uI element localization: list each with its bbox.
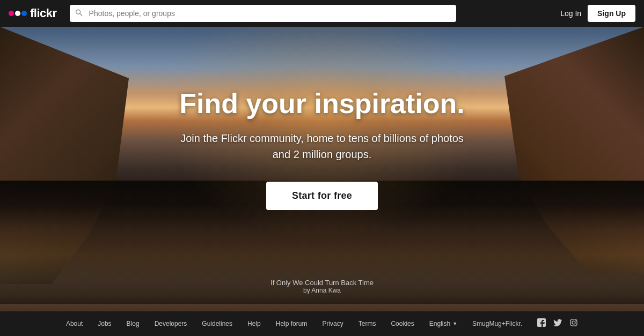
header-actions: Log In Sign Up <box>560 5 635 22</box>
photo-author: by Anna Kwa <box>270 287 374 294</box>
footer-link-terms[interactable]: Terms <box>358 320 376 327</box>
logo-text: flickr <box>30 6 57 20</box>
search-icon <box>75 9 83 18</box>
header: flickr Log In Sign Up <box>0 0 644 27</box>
footer-link-cookies[interactable]: Cookies <box>391 320 414 327</box>
facebook-icon[interactable] <box>537 318 546 329</box>
footer-link-blog[interactable]: Blog <box>127 320 140 327</box>
logo-area: flickr <box>9 6 57 20</box>
hero-title: Find your inspiration. <box>179 88 465 119</box>
chevron-down-icon: ▼ <box>452 321 457 326</box>
footer-link-about[interactable]: About <box>66 320 83 327</box>
footer-link-guidelines[interactable]: Guidelines <box>202 320 232 327</box>
hero-subtitle: Join the Flickr community, home to tens … <box>172 130 472 162</box>
footer-link-developers[interactable]: Developers <box>155 320 187 327</box>
start-free-button[interactable]: Start for free <box>266 182 378 210</box>
footer-link-privacy[interactable]: Privacy <box>322 320 343 327</box>
footer-social-links <box>537 318 578 329</box>
language-label: English <box>429 320 450 327</box>
logo-dot-blue <box>21 11 27 16</box>
footer-link-help-forum[interactable]: Help forum <box>276 320 308 327</box>
logo-dots <box>9 11 27 16</box>
logo-dot-pink <box>9 11 14 16</box>
svg-point-3 <box>572 321 575 324</box>
login-link[interactable]: Log In <box>560 9 581 18</box>
svg-line-1 <box>79 13 82 16</box>
footer-link-jobs[interactable]: Jobs <box>98 320 111 327</box>
photo-credit: If Only We Could Turn Back Time by Anna … <box>270 279 374 294</box>
footer-brand[interactable]: SmugMug+Flickr. <box>472 320 522 327</box>
instagram-icon[interactable] <box>569 318 578 329</box>
footer: About Jobs Blog Developers Guidelines He… <box>0 311 644 336</box>
hero-content: Find your inspiration. Join the Flickr c… <box>0 27 644 304</box>
search-input[interactable] <box>70 5 456 22</box>
photo-title: If Only We Could Turn Back Time <box>270 279 374 287</box>
twitter-icon[interactable] <box>553 318 562 329</box>
footer-link-help[interactable]: Help <box>247 320 261 327</box>
logo-dot-white <box>15 11 20 16</box>
search-bar <box>70 5 456 22</box>
signup-button[interactable]: Sign Up <box>588 5 635 22</box>
language-selector[interactable]: English ▼ <box>429 320 457 327</box>
hero-section: Find your inspiration. Join the Flickr c… <box>0 0 644 336</box>
svg-point-4 <box>575 320 576 321</box>
